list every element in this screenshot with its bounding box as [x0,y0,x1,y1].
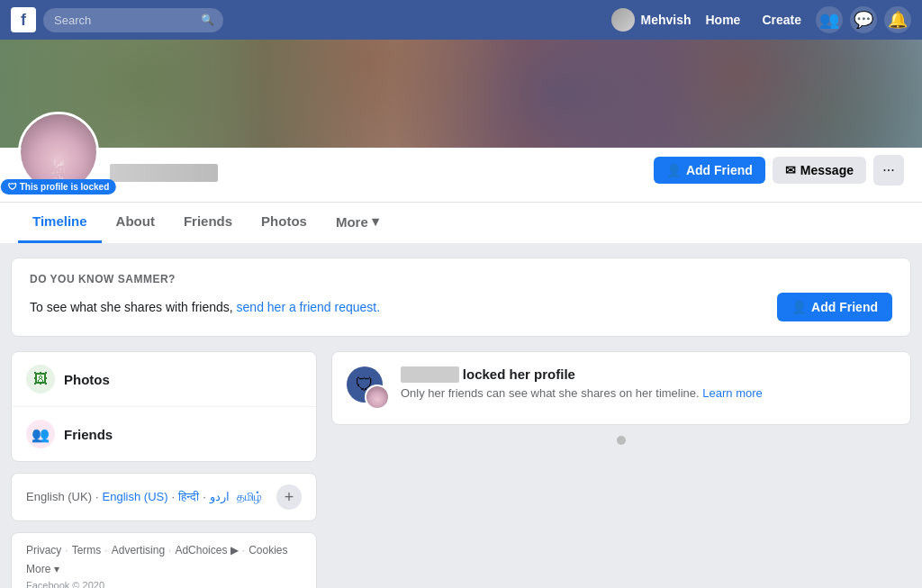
add-friend-button[interactable]: 👤 Add Friend [654,157,765,184]
send-friend-request-link[interactable]: send her a friend request. [237,300,381,314]
footer-card: Privacy · Terms · Advertising · AdChoice… [11,532,317,588]
know-sammer-text: To see what she shares with friends, sen… [30,300,380,314]
locked-post-subtitle: Only her friends can see what she shares… [401,386,896,400]
tab-photos[interactable]: Photos [247,203,321,243]
message-button[interactable]: ✉ Message [773,157,866,184]
search-icon: 🔍 [201,14,214,26]
friends-label: Friends [64,427,113,442]
tab-friends[interactable]: Friends [169,203,247,243]
profile-name-blurred [110,164,218,182]
footer-more-wrapper: More ▾ [26,560,302,576]
know-sammer-body: To see what she shares with friends, sen… [30,293,892,321]
profile-actions: 👤 Add Friend ✉ Message ··· [654,155,904,185]
friends-item[interactable]: 👥 Friends [12,407,316,461]
photos-friends-card: 🖼 Photos 👥 Friends [11,351,317,462]
locked-post-content: Ś̶ ████ locked her profile Only her frie… [401,366,896,400]
scroll-indicator [617,436,626,445]
right-column: 🛡 Ś̶ ████ locked her profile Only her fr… [331,351,911,588]
search-wrapper: 🔍 [43,8,223,32]
locked-name-blurred: Ś̶ ████ [401,366,459,383]
search-input[interactable] [43,8,223,32]
footer-copyright: Facebook © 2020 [26,580,302,588]
lang-english-uk: English (UK) [26,490,92,504]
avatar [611,8,635,32]
add-friend-large-button[interactable]: 👤 Add Friend [777,293,892,321]
navbar-right: Mehvish Home Create 👥 💬 🔔 [611,6,911,33]
chevron-down-icon: ▾ [372,213,379,230]
footer-links: Privacy · Terms · Advertising · AdChoice… [26,544,302,556]
lang-hindi-link[interactable]: हिन्दी [178,490,199,504]
locked-avatar-stack: 🛡 [347,366,390,410]
tab-more[interactable]: More ▾ [321,203,393,243]
know-sammer-title: DO YOU KNOW SAMMER? [30,273,892,285]
footer-privacy-link[interactable]: Privacy [26,544,61,556]
tab-about[interactable]: About [102,203,169,243]
profile-locked-badge: 🛡 This profile is locked [1,179,116,194]
friends-icon[interactable]: 👥 [816,6,843,33]
footer-cookies-link[interactable]: Cookies [249,544,287,556]
locked-profile-post: 🛡 Ś̶ ████ locked her profile Only her fr… [331,351,911,425]
home-nav-link[interactable]: Home [699,9,748,31]
add-friend-icon: 👤 [666,163,682,177]
footer-terms-link[interactable]: Terms [72,544,102,556]
profile-small-avatar [365,384,390,410]
photos-label: Photos [64,372,110,387]
friends-icon: 👥 [26,420,55,448]
facebook-logo[interactable]: f [11,7,36,32]
message-icon: ✉ [785,163,796,177]
profile-avatar-wrapper: اقرأٱلَّذِيخَلَقَ 🛡 This profile is lock… [18,112,99,193]
create-nav-link[interactable]: Create [755,9,809,31]
messenger-icon[interactable]: 💬 [850,6,877,33]
footer-advertising-link[interactable]: Advertising [112,544,165,556]
profile-tabs: Timeline About Friends Photos More ▾ [0,202,922,243]
footer-more-link[interactable]: More ▾ [26,563,59,575]
profile-cover-wrapper: اقرأٱلَّذِيخَلَقَ 🛡 This profile is lock… [0,40,922,243]
shield-icon: 🛡 [8,182,17,192]
navbar: f 🔍 Mehvish Home Create 👥 💬 🔔 [0,0,922,40]
tab-timeline[interactable]: Timeline [18,203,102,243]
language-card: English (UK) · English (US) · हिन्दी · ا… [11,473,317,521]
locked-post-title: Ś̶ ████ locked her profile [401,366,896,383]
language-links: English (UK) · English (US) · हिन्दी · ا… [26,490,262,504]
cover-photo [0,40,922,148]
add-friend-lg-icon: 👤 [791,300,807,314]
bell-icon[interactable]: 🔔 [884,6,911,33]
profile-name-area [110,164,218,185]
add-language-button[interactable]: + [276,484,302,510]
two-column-layout: 🖼 Photos 👥 Friends English (UK) · Englis… [11,351,911,588]
lang-urdu-link[interactable]: اردو [210,490,230,504]
lang-tamil-link[interactable]: தமிழ் [237,490,262,504]
learn-more-link[interactable]: Learn more [702,386,762,400]
nav-user[interactable]: Mehvish [611,8,691,32]
user-name: Mehvish [640,13,691,27]
left-column: 🖼 Photos 👥 Friends English (UK) · Englis… [11,351,317,588]
more-options-button[interactable]: ··· [873,155,904,185]
lang-english-us-link[interactable]: English (US) [103,490,168,504]
footer-adchoices-link[interactable]: AdChoices ▶ [175,544,238,556]
profile-info-bar: اقرأٱلَّذِيخَلَقَ 🛡 This profile is lock… [0,148,922,202]
know-sammer-box: DO YOU KNOW SAMMER? To see what she shar… [11,258,911,337]
photos-item[interactable]: 🖼 Photos [12,352,316,407]
main-content: DO YOU KNOW SAMMER? To see what she shar… [11,243,911,588]
navbar-left: f 🔍 [11,7,223,32]
photos-icon: 🖼 [26,365,55,394]
